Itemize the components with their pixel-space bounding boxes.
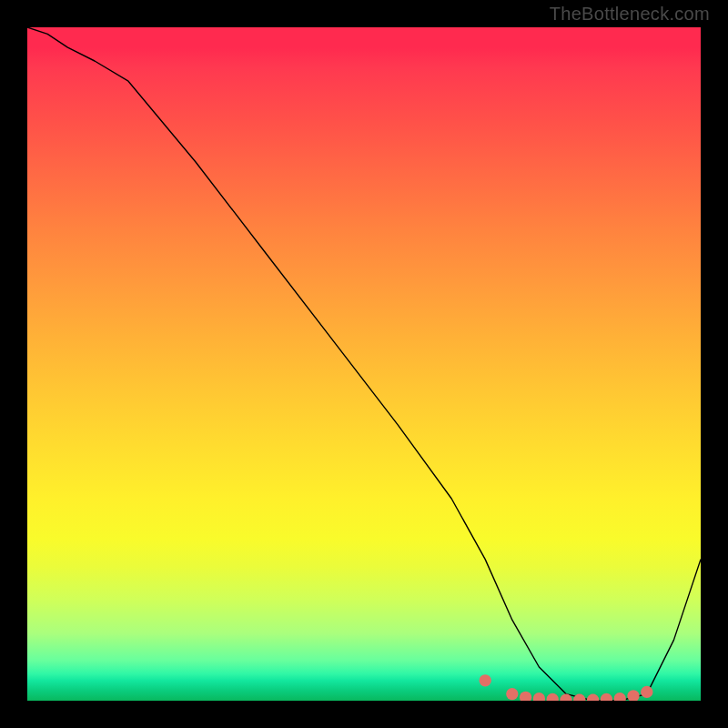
highlight-dot xyxy=(641,686,652,698)
highlight-dot xyxy=(520,692,531,701)
curve-svg xyxy=(27,27,701,701)
highlight-dot xyxy=(573,694,585,701)
bottleneck-curve-line xyxy=(27,27,701,701)
plot-area xyxy=(27,27,701,701)
highlight-dot xyxy=(533,693,545,701)
highlight-dot xyxy=(601,693,612,701)
chart-frame: TheBottleneck.com xyxy=(0,0,728,728)
watermark-text: TheBottleneck.com xyxy=(550,4,710,25)
highlight-dot xyxy=(587,694,599,701)
highlight-dots xyxy=(480,674,653,701)
highlight-dot xyxy=(627,690,639,701)
highlight-dot xyxy=(506,688,518,700)
highlight-dot xyxy=(480,674,491,686)
highlight-dot xyxy=(547,693,559,701)
highlight-dot xyxy=(614,693,626,701)
